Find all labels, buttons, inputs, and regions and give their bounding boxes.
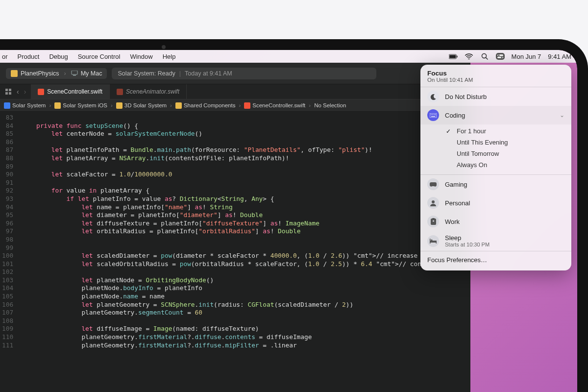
focus-duration-options: ✓For 1 hour Until This Evening Until Tom… [420,124,571,175]
svg-point-21 [432,200,435,203]
crumb-label: Solar System iOS [63,102,107,108]
control-center-icon[interactable] [496,53,505,60]
project-icon [4,102,10,109]
svg-rect-1 [449,55,456,58]
focus-label: Work [445,218,564,225]
code-content[interactable]: private func setupScene() { let centerNo… [18,112,470,392]
check-icon: ✓ [445,128,452,135]
nav-forward-icon[interactable]: › [24,88,26,96]
app-menus: or Product Debug Source Control Window H… [0,53,175,60]
svg-point-8 [501,57,502,58]
focus-mode-personal[interactable]: Personal [420,194,571,212]
focus-label: Do Not Disturb [445,93,564,100]
svg-rect-13 [5,92,8,95]
focus-mode-work[interactable]: Work [420,212,571,231]
spotlight-icon[interactable] [480,53,489,60]
option-label: Until This Evening [457,139,508,146]
focus-subtitle: On Until 10:41 AM [420,77,571,87]
focus-title: Focus [420,70,571,77]
tab-bar: ‹ › SceneController.swift SceneAnimator.… [0,84,470,99]
code-editor[interactable]: 83 84 85 86 87 88 89 90 91 92 93 94 95 9… [0,112,470,392]
chevron-down-icon: ⌄ [560,112,564,119]
folder-icon [175,102,182,109]
menu-item[interactable]: Help [163,53,176,60]
svg-rect-26 [430,239,431,244]
svg-rect-11 [5,89,8,91]
menu-item[interactable]: Debug [49,53,68,60]
jump-bar[interactable]: Solar System› Solar System iOS› 3D Solar… [0,99,470,112]
focus-preferences[interactable]: Focus Preferences… [420,251,571,269]
menu-item[interactable]: Window [130,53,152,60]
svg-point-19 [434,114,435,115]
svg-rect-12 [9,89,11,91]
focus-label: Sleep Starts at 10:30 PM [445,234,564,247]
wifi-icon[interactable] [465,53,473,60]
crumb-label: SceneController.swift [252,102,305,108]
svg-point-18 [432,114,433,115]
focus-mode-sleep[interactable]: Sleep Starts at 10:30 PM [420,231,571,251]
crumb-label: No Selection [314,102,346,108]
focus-label: Coding [445,112,554,119]
tab-inactive[interactable]: SceneAnimator.swift [110,84,187,99]
related-items-icon[interactable] [5,88,12,95]
moon-icon [427,91,439,102]
menu-item[interactable]: Product [18,53,40,60]
menubar-time[interactable]: 9:41 AM [548,53,571,60]
nav-back-icon[interactable]: ‹ [17,88,19,96]
svg-point-6 [498,54,499,56]
focus-mode-coding[interactable]: Coding ⌄ [420,106,571,124]
svg-rect-27 [436,241,437,244]
person-icon [427,197,439,209]
focus-mode-dnd[interactable]: Do Not Disturb [420,87,571,106]
option-label: Always On [457,161,487,169]
svg-rect-15 [430,113,437,118]
bed-icon [427,235,439,247]
svg-rect-9 [72,71,77,74]
focus-popover: Focus On Until 10:41 AM Do Not Disturb C… [420,65,571,270]
svg-line-4 [486,58,488,60]
menubar-date[interactable]: Mon Jun 7 [512,53,541,60]
svg-point-28 [431,239,432,241]
focus-label: Gaming [445,181,564,188]
xcode-toolbar: PlanetPhysics › My Mac Solar System: Rea… [0,63,470,84]
focus-duration-option[interactable]: Until Tomorrow [445,148,564,159]
menu-item[interactable]: Source Control [78,53,121,60]
focus-label: Personal [445,199,564,207]
scheme-selector[interactable]: PlanetPhysics › My Mac [6,68,107,79]
svg-point-17 [431,114,432,115]
tab-label: SceneController.swift [47,88,102,95]
svg-rect-14 [9,92,11,95]
status-text: Solar System: Ready [118,70,175,77]
crumb-label: 3D Solar System [124,102,167,108]
crumb-label: Shared Components [184,102,235,108]
focus-duration-option[interactable]: Until This Evening [445,137,564,148]
tab-active[interactable]: SceneController.swift [31,84,110,99]
activity-status[interactable]: Solar System: Ready | Today at 9:41 AM [112,68,376,79]
battery-icon[interactable] [449,53,458,60]
swift-file-icon [38,89,44,95]
game-controller-icon [427,178,439,190]
menubar: or Product Debug Source Control Window H… [0,50,577,63]
focus-duration-option[interactable]: ✓For 1 hour [445,125,564,137]
badge-icon [427,216,439,227]
svg-rect-2 [457,55,457,57]
svg-rect-23 [432,218,435,220]
tab-label: SceneAnimator.swift [126,88,179,95]
scheme-project: PlanetPhysics [21,70,59,77]
svg-rect-25 [430,241,437,243]
svg-point-20 [435,114,436,115]
app-icon [11,70,18,77]
folder-icon [116,102,122,109]
option-label: For 1 hour [457,127,486,135]
xcode-window: PlanetPhysics › My Mac Solar System: Rea… [0,63,470,392]
swift-file-icon [244,102,250,109]
svg-point-24 [432,220,434,221]
line-gutter: 83 84 85 86 87 88 89 90 91 92 93 94 95 9… [0,112,18,392]
focus-meta: Starts at 10:30 PM [445,242,564,247]
option-label: Until Tomorrow [457,150,499,157]
menu-item[interactable]: or [2,53,8,60]
status-time: Today at 9:41 AM [185,70,232,77]
folder-icon [54,102,61,109]
focus-mode-gaming[interactable]: Gaming [420,175,571,194]
focus-duration-option[interactable]: Always On [445,159,564,171]
